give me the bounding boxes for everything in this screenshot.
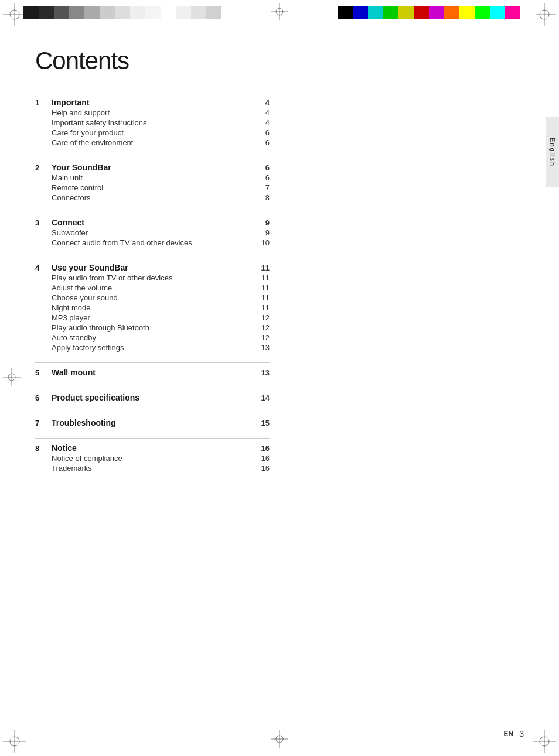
toc-row: 6Product specifications14 <box>35 393 270 402</box>
toc-sub-item-label: Choose your sound <box>52 293 255 302</box>
color-swatch <box>414 6 429 19</box>
toc-section-page: 6 <box>255 163 270 172</box>
toc-row: Play audio from TV or other devices11 <box>35 273 270 282</box>
color-swatch <box>490 6 505 19</box>
toc-section-title: Use your SoundBar <box>47 263 255 272</box>
toc-row: Apply factory settings13 <box>35 343 270 352</box>
toc-divider <box>35 413 270 413</box>
toc-sub-item-page: 11 <box>255 303 270 312</box>
toc-section: 4Use your SoundBar11Play audio from TV o… <box>35 263 270 352</box>
toc-sub-item-page: 10 <box>255 238 270 247</box>
toc-sub-item-label: Remote control <box>52 183 255 192</box>
color-swatch <box>505 6 520 19</box>
toc-row: Notice of compliance16 <box>35 454 270 463</box>
toc-row: Care for your product6 <box>35 128 270 137</box>
toc-row: Choose your sound11 <box>35 293 270 302</box>
toc-sub-item-page: 11 <box>255 273 270 282</box>
toc-row: MP3 player12 <box>35 313 270 322</box>
toc-section: 3Connect9Subwoofer9Connect audio from TV… <box>35 218 270 247</box>
toc-sub-item-label: Auto standby <box>52 333 255 342</box>
toc-sub-item-page: 12 <box>255 323 270 332</box>
toc-section: 8Notice16Notice of compliance16Trademark… <box>35 443 270 473</box>
toc-section-number: 2 <box>35 163 47 172</box>
toc-section-number: 8 <box>35 444 47 453</box>
color-swatch <box>115 6 130 19</box>
toc-row: Main unit6 <box>35 173 270 182</box>
color-swatch <box>130 6 145 19</box>
toc-sub-item-page: 9 <box>255 228 270 237</box>
toc-sub-item-label: Night mode <box>52 303 255 312</box>
toc-section-number: 6 <box>35 394 47 402</box>
color-bar-right <box>338 6 536 19</box>
toc-row: 1Important4 <box>35 98 270 107</box>
toc-divider <box>35 158 270 158</box>
toc-sub-item-label: MP3 player <box>52 313 255 322</box>
toc-section: 7Troubleshooting15 <box>35 418 270 427</box>
toc-sub-item-label: Main unit <box>52 173 255 182</box>
color-swatch <box>161 6 176 19</box>
toc-section-page: 16 <box>255 444 270 453</box>
toc-row: 7Troubleshooting15 <box>35 418 270 427</box>
toc-row: 3Connect9 <box>35 218 270 227</box>
toc-row: Care of the environment6 <box>35 138 270 147</box>
toc-section: 5Wall mount13 <box>35 368 270 377</box>
toc-section-number: 4 <box>35 264 47 272</box>
toc-sub-item-label: Help and support <box>52 108 255 117</box>
toc-row: Night mode11 <box>35 303 270 312</box>
toc-sub-item-page: 16 <box>255 454 270 463</box>
color-swatch <box>398 6 414 19</box>
toc-sub-item-label: Play audio through Bluetooth <box>52 323 255 332</box>
toc-sub-item-label: Apply factory settings <box>52 343 255 352</box>
toc-row: Help and support4 <box>35 108 270 117</box>
toc-divider <box>35 258 270 258</box>
color-swatch <box>145 6 161 19</box>
reg-mark-top-left <box>3 3 26 26</box>
toc-row: Play audio through Bluetooth12 <box>35 323 270 332</box>
toc-section-page: 4 <box>255 98 270 107</box>
toc-section-title: Troubleshooting <box>47 418 255 427</box>
toc-section: 1Important4Help and support4Important sa… <box>35 98 270 147</box>
toc-section-page: 15 <box>255 419 270 427</box>
color-swatch <box>191 6 206 19</box>
toc-section: 6Product specifications14 <box>35 393 270 402</box>
toc-sub-item-page: 16 <box>255 464 270 473</box>
color-swatch <box>100 6 115 19</box>
toc-section-number: 5 <box>35 368 47 377</box>
toc-row: 8Notice16 <box>35 443 270 453</box>
toc-sub-item-page: 4 <box>255 108 270 117</box>
crosshair-top-center <box>271 3 288 23</box>
toc-sub-item-label: Care of the environment <box>52 138 255 147</box>
color-swatch <box>475 6 490 19</box>
toc-section-page: 9 <box>255 218 270 227</box>
toc-section-title: Connect <box>47 218 255 227</box>
toc-sub-item-page: 12 <box>255 313 270 322</box>
toc-row: Connect audio from TV and other devices1… <box>35 238 270 247</box>
toc-sub-item-page: 6 <box>255 138 270 147</box>
toc-section-number: 1 <box>35 98 47 107</box>
toc-row: Important safety instructions4 <box>35 118 270 127</box>
toc-row: 2Your SoundBar6 <box>35 163 270 172</box>
toc-sub-item-page: 7 <box>255 183 270 192</box>
toc-sub-item-label: Subwoofer <box>52 228 255 237</box>
reg-mark-top-right <box>533 3 556 26</box>
toc-section-page: 13 <box>255 368 270 377</box>
color-swatch <box>206 6 221 19</box>
color-swatch <box>54 6 69 19</box>
toc-sub-item-page: 8 <box>255 193 270 202</box>
toc-section: 2Your SoundBar6Main unit6Remote control7… <box>35 163 270 202</box>
page-footer: EN 3 <box>504 729 524 738</box>
color-swatch <box>459 6 475 19</box>
toc-divider <box>35 93 270 93</box>
toc-row: Adjust the volume11 <box>35 283 270 292</box>
color-swatch <box>429 6 444 19</box>
toc-row: Subwoofer9 <box>35 228 270 237</box>
toc-sub-item-page: 6 <box>255 128 270 137</box>
toc-sub-item-label: Connect audio from TV and other devices <box>52 238 255 247</box>
toc-sub-item-label: Play audio from TV or other devices <box>52 273 255 282</box>
color-swatch <box>176 6 191 19</box>
toc-sub-item-page: 11 <box>255 293 270 302</box>
color-swatch <box>23 6 39 19</box>
toc-sub-item-page: 4 <box>255 118 270 127</box>
toc-divider <box>35 438 270 439</box>
language-tab: English <box>546 117 559 187</box>
